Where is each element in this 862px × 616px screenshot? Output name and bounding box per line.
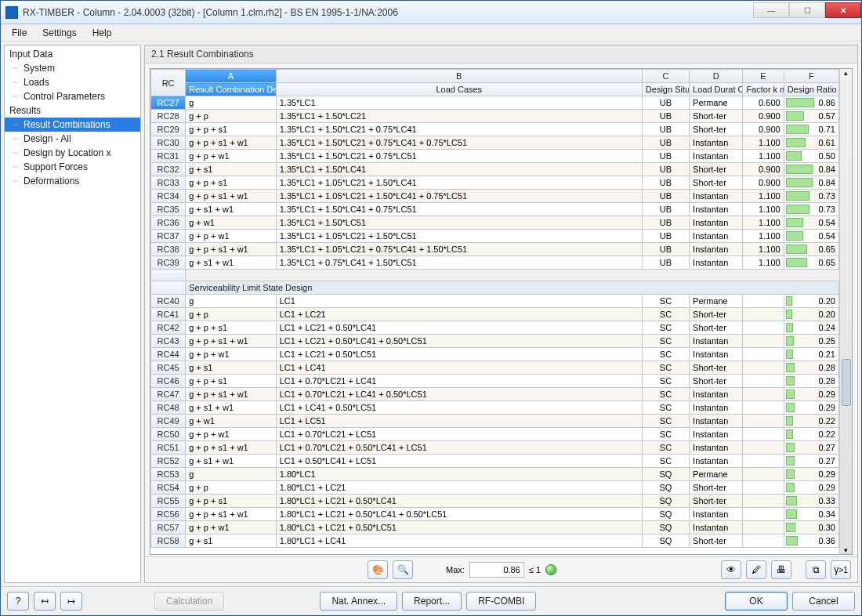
table-row[interactable]: RC31g + p + w11.35*LC1 + 1.50*LC21 + 0.7… bbox=[151, 150, 839, 163]
table-row[interactable]: RC57g + p + w11.80*LC1 + LC21 + 0.50*LC5… bbox=[151, 521, 839, 534]
table-row[interactable]: RC32g + s11.35*LC1 + 1.50*LC41UBShort-te… bbox=[151, 163, 839, 176]
table-row[interactable]: RC55g + p + s11.80*LC1 + LC21 + 0.50*LC4… bbox=[151, 495, 839, 508]
sidebar-item-deformations[interactable]: Deformations bbox=[5, 174, 140, 188]
help-button[interactable]: ? bbox=[7, 592, 29, 611]
row-header[interactable]: RC55 bbox=[151, 495, 186, 508]
table-row[interactable]: RC49g + w1LC1 + LC51SCInstantan0.22 bbox=[151, 415, 839, 428]
col-letter-f[interactable]: F bbox=[784, 70, 838, 83]
tb-filter-button[interactable]: 🔍 bbox=[393, 560, 413, 579]
row-header[interactable]: RC49 bbox=[151, 415, 186, 428]
table-row[interactable]: RC37g + p + w11.35*LC1 + 1.05*LC21 + 1.5… bbox=[151, 230, 839, 243]
prev-button[interactable]: ↤ bbox=[34, 592, 56, 611]
row-header[interactable]: RC45 bbox=[151, 361, 186, 375]
scroll-down-icon[interactable]: ▾ bbox=[844, 546, 848, 554]
sidebar-item-result-combinations[interactable]: Result Combinations bbox=[5, 118, 140, 132]
max-value-field[interactable] bbox=[469, 562, 524, 578]
col-letter-c[interactable]: C bbox=[642, 70, 689, 83]
table-row[interactable]: RC50g + p + w1LC1 + 0.70*LC21 + LC51SCIn… bbox=[151, 428, 839, 441]
row-header[interactable]: RC36 bbox=[151, 216, 186, 230]
table-row[interactable]: RC34g + p + s1 + w11.35*LC1 + 1.05*LC21 … bbox=[151, 190, 839, 203]
col-rc[interactable]: RC bbox=[151, 70, 186, 96]
row-header[interactable]: RC44 bbox=[151, 348, 186, 361]
report-button[interactable]: Report... bbox=[402, 592, 462, 611]
col-situation[interactable]: Design Situation bbox=[642, 83, 689, 96]
table-row[interactable]: RC38g + p + s1 + w11.35*LC1 + 1.05*LC21 … bbox=[151, 243, 839, 256]
table-row[interactable]: RC28g + p1.35*LC1 + 1.50*LC21UBShort-ter… bbox=[151, 110, 839, 123]
menu-file[interactable]: File bbox=[4, 26, 34, 40]
row-header[interactable]: RC32 bbox=[151, 163, 186, 176]
table-row[interactable]: RC45g + s1LC1 + LC41SCShort-ter0.28 bbox=[151, 361, 839, 375]
sidebar-item-system[interactable]: System bbox=[5, 61, 140, 75]
row-header[interactable]: RC34 bbox=[151, 190, 186, 203]
table-row[interactable]: RC33g + p + s11.35*LC1 + 1.05*LC21 + 1.5… bbox=[151, 176, 839, 190]
row-header[interactable]: RC39 bbox=[151, 256, 186, 270]
calculation-button[interactable]: Calculation bbox=[154, 592, 224, 611]
row-header[interactable]: RC54 bbox=[151, 481, 186, 495]
table-row[interactable]: RC51g + p + s1 + w1LC1 + 0.70*LC21 + 0.5… bbox=[151, 441, 839, 455]
row-header[interactable]: RC38 bbox=[151, 243, 186, 256]
col-loadcases[interactable]: Load Cases bbox=[276, 83, 642, 96]
table-row[interactable]: RC41g + pLC1 + LC21SCShort-ter0.20 bbox=[151, 308, 839, 321]
row-header[interactable]: RC53 bbox=[151, 468, 186, 481]
table-row[interactable]: RC56g + p + s1 + w11.80*LC1 + LC21 + 0.5… bbox=[151, 508, 839, 521]
row-header[interactable]: RC50 bbox=[151, 428, 186, 441]
maximize-button[interactable]: ☐ bbox=[789, 2, 825, 18]
minimize-button[interactable]: — bbox=[753, 2, 789, 18]
table-row[interactable]: RC44g + p + w1LC1 + LC21 + 0.50*LC51SCIn… bbox=[151, 348, 839, 361]
cancel-button[interactable]: Cancel bbox=[792, 592, 855, 611]
row-header[interactable]: RC56 bbox=[151, 508, 186, 521]
col-letter-e[interactable]: E bbox=[743, 70, 784, 83]
tb-print-button[interactable]: 🖶 bbox=[771, 560, 791, 579]
table-row[interactable]: RC52g + s1 + w1LC1 + 0.50*LC41 + LC51SCI… bbox=[151, 455, 839, 468]
tb-view-button[interactable]: 👁 bbox=[721, 560, 741, 579]
col-letter-a[interactable]: A bbox=[186, 70, 277, 83]
nat-annex-button[interactable]: Nat. Annex... bbox=[320, 592, 397, 611]
row-header[interactable]: RC43 bbox=[151, 335, 186, 348]
row-header[interactable]: RC30 bbox=[151, 136, 186, 150]
sidebar-item-design-all[interactable]: Design - All bbox=[5, 132, 140, 146]
vertical-scrollbar[interactable]: ▴ ▾ bbox=[839, 69, 852, 554]
table-row[interactable]: RC40gLC1SCPermane0.20 bbox=[151, 295, 839, 308]
sidebar-item-design-location[interactable]: Design by Location x bbox=[5, 146, 140, 160]
row-header[interactable]: RC52 bbox=[151, 455, 186, 468]
close-button[interactable]: ✕ bbox=[825, 2, 861, 18]
row-header[interactable]: RC35 bbox=[151, 203, 186, 216]
table-row[interactable]: RC29g + p + s11.35*LC1 + 1.50*LC21 + 0.7… bbox=[151, 123, 839, 136]
sidebar-item-support-forces[interactable]: Support Forces bbox=[5, 160, 140, 174]
rf-combi-button[interactable]: RF-COMBI bbox=[466, 592, 536, 611]
table-row[interactable]: RC27g1.35*LC1UBPermane0.6000.86 bbox=[151, 96, 839, 110]
sidebar-item-control[interactable]: Control Parameters bbox=[5, 89, 140, 103]
sidebar-item-loads[interactable]: Loads bbox=[5, 75, 140, 89]
row-header[interactable]: RC51 bbox=[151, 441, 186, 455]
col-ratio[interactable]: Design Ratio η max bbox=[784, 83, 838, 96]
row-header[interactable]: RC33 bbox=[151, 176, 186, 190]
row-header[interactable]: RC46 bbox=[151, 375, 186, 388]
col-letter-b[interactable]: B bbox=[276, 70, 642, 83]
col-description[interactable]: Result Combination Description bbox=[186, 83, 277, 96]
row-header[interactable]: RC37 bbox=[151, 230, 186, 243]
table-row[interactable]: RC47g + p + s1 + w1LC1 + 0.70*LC21 + LC4… bbox=[151, 388, 839, 401]
table-row[interactable]: RC30g + p + s1 + w11.35*LC1 + 1.50*LC21 … bbox=[151, 136, 839, 150]
sidebar-group-results[interactable]: Results bbox=[5, 103, 140, 118]
row-header[interactable]: RC29 bbox=[151, 123, 186, 136]
menu-settings[interactable]: Settings bbox=[34, 26, 84, 40]
table-row[interactable]: RC43g + p + s1 + w1LC1 + LC21 + 0.50*LC4… bbox=[151, 335, 839, 348]
table-row[interactable]: RC39g + s1 + w11.35*LC1 + 0.75*LC41 + 1.… bbox=[151, 256, 839, 270]
scroll-thumb[interactable] bbox=[842, 359, 851, 406]
next-button[interactable]: ↦ bbox=[60, 592, 82, 611]
col-letter-d[interactable]: D bbox=[690, 70, 743, 83]
table-row[interactable]: RC42g + p + s1LC1 + LC21 + 0.50*LC41SCSh… bbox=[151, 321, 839, 335]
col-ldc[interactable]: Load Durat Class (LDC bbox=[690, 83, 743, 96]
tb-goto-button[interactable]: γ>1 bbox=[831, 560, 851, 579]
table-row[interactable]: RC36g + w11.35*LC1 + 1.50*LC51UBInstanta… bbox=[151, 216, 839, 230]
row-header[interactable]: RC57 bbox=[151, 521, 186, 534]
results-grid[interactable]: RC A B C D E F Result Combination Descri… bbox=[150, 68, 853, 555]
tb-colors-button[interactable]: 🎨 bbox=[368, 560, 388, 579]
row-header[interactable]: RC41 bbox=[151, 308, 186, 321]
menu-help[interactable]: Help bbox=[85, 26, 120, 40]
table-row[interactable]: RC46g + p + s1LC1 + 0.70*LC21 + LC41SCSh… bbox=[151, 375, 839, 388]
sidebar-group-input[interactable]: Input Data bbox=[5, 47, 140, 61]
row-header[interactable]: RC28 bbox=[151, 110, 186, 123]
table-row[interactable]: RC53g1.80*LC1SQPermane0.29 bbox=[151, 468, 839, 481]
tb-export-button[interactable]: ⧉ bbox=[806, 560, 826, 579]
